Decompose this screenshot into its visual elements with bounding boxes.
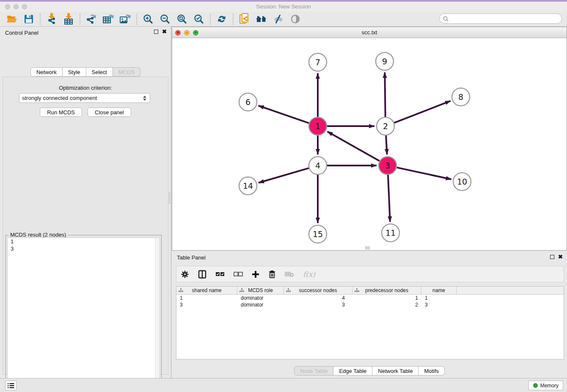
show-all-icon[interactable] (287, 12, 304, 26)
select-all-rows-icon[interactable] (215, 271, 225, 277)
table-cell[interactable]: 3 (284, 301, 352, 308)
graph-edge-3-1[interactable] (328, 132, 380, 161)
table-cell[interactable]: 2 (352, 301, 421, 308)
column-header-predecessor-nodes[interactable]: predecessor nodes (352, 287, 421, 294)
toolbar-separator (80, 14, 80, 25)
table-row[interactable]: 3dominator323 (176, 301, 564, 308)
open-session-icon[interactable] (3, 12, 20, 26)
save-session-icon[interactable] (20, 12, 37, 26)
table-panel: Table Panel ✖ f(x) shared nameMCDS roles… (172, 252, 567, 377)
network-graph[interactable]: 7968124314101511 (172, 38, 567, 250)
zoom-out-icon[interactable] (157, 12, 173, 26)
graph-edge-2-9[interactable] (385, 72, 385, 117)
function-builder-icon[interactable]: f(x) (303, 270, 315, 279)
table-cell[interactable]: 1 (352, 295, 421, 301)
column-header-label: name (432, 287, 445, 293)
tab-motifs[interactable]: Motifs (418, 366, 445, 375)
column-header-label: MCDS role (248, 287, 273, 293)
table-cell[interactable]: 1 (176, 295, 237, 301)
column-header-label: shared name (192, 287, 221, 293)
search-input[interactable] (451, 16, 558, 22)
tab-mcds[interactable]: MCDS (113, 67, 140, 77)
table-cell[interactable]: 3 (421, 301, 457, 308)
graph-edge-4-14[interactable] (259, 168, 309, 183)
status-bar: Memory (0, 378, 567, 392)
control-panel: Control Panel ✖ Network Style Select MCD… (0, 27, 171, 378)
close-panel-icon[interactable]: ✖ (162, 30, 167, 34)
table-cell[interactable]: dominator (237, 301, 284, 308)
zoom-fit-icon[interactable] (173, 12, 190, 26)
graph-node-label: 2 (383, 121, 388, 131)
criterion-select[interactable]: strongly connected component (19, 93, 150, 103)
toolbar-separator (136, 14, 137, 25)
import-network-icon[interactable] (43, 12, 60, 26)
node-table[interactable]: shared nameMCDS rolesuccessor nodesprede… (176, 286, 564, 359)
table-row[interactable]: 1dominator411 (176, 295, 564, 301)
graph-node-label: 1 (315, 121, 320, 131)
column-header-name[interactable]: name (421, 287, 457, 294)
graph-edge-3-11[interactable] (388, 175, 390, 222)
graph-edge-1-6[interactable] (259, 105, 309, 123)
graph-node-label: 8 (458, 92, 463, 102)
graph-edge-3-10[interactable] (397, 168, 451, 179)
show-columns-icon[interactable] (198, 270, 206, 279)
table-options-icon[interactable] (181, 270, 189, 279)
zoom-selected-icon[interactable] (190, 12, 207, 26)
control-panel-tabs: Network Style Select MCDS (0, 67, 171, 77)
column-header-MCDS-role[interactable]: MCDS role (237, 287, 284, 294)
network-canvas[interactable]: 7968124314101511 (172, 38, 567, 250)
table-cell[interactable]: 1 (421, 295, 457, 301)
network-window-titlebar[interactable]: ✕ – + scc.txt (172, 27, 567, 38)
tab-edge-table[interactable]: Edge Table (333, 366, 372, 375)
network-window-title: scc.txt (172, 29, 567, 36)
optimization-criterion-label: Optimization criterion: (3, 85, 168, 91)
graph-edge-2-8[interactable] (394, 101, 451, 123)
canvas-resize-grip[interactable] (365, 246, 370, 249)
table-cell[interactable]: 3 (176, 301, 237, 308)
column-header-shared-name[interactable]: shared name (176, 287, 237, 294)
graph-edge-2-3[interactable] (386, 135, 387, 155)
mcds-result-textarea[interactable]: 1 3 (7, 237, 160, 392)
select-chevrons-icon (143, 96, 146, 101)
delete-columns-icon[interactable] (268, 270, 276, 279)
float-panel-icon[interactable] (154, 30, 158, 34)
first-neighbors-icon[interactable] (253, 12, 270, 26)
tab-network[interactable]: Network (30, 67, 63, 77)
control-panel-title: Control Panel (5, 30, 39, 36)
tab-style[interactable]: Style (63, 67, 86, 77)
run-mcds-button[interactable]: Run MCDS (40, 108, 82, 117)
apply-layout-icon[interactable] (213, 12, 230, 26)
toolbar-separator (40, 14, 41, 25)
table-cell[interactable]: 4 (284, 295, 352, 301)
hide-selected-icon[interactable] (270, 12, 287, 26)
table-cell[interactable]: dominator (237, 295, 284, 301)
splitter-handle[interactable] (169, 193, 172, 204)
tab-network-table[interactable]: Network Table (372, 366, 418, 375)
import-table-icon[interactable] (60, 12, 77, 26)
clone-network-icon[interactable] (236, 12, 253, 26)
network-view-window: ✕ – + scc.txt 7968124314101511 (172, 27, 567, 251)
close-table-panel-icon[interactable]: ✖ (558, 255, 563, 259)
table-toolbar: f(x) (176, 266, 564, 282)
zoom-in-icon[interactable] (140, 12, 157, 26)
criterion-selected-value: strongly connected component (22, 95, 143, 101)
tab-node-table[interactable]: Node Table (294, 366, 334, 375)
close-panel-button[interactable]: Close panel (88, 108, 131, 117)
export-image-icon[interactable] (117, 12, 134, 26)
create-column-icon[interactable] (252, 271, 259, 278)
delete-table-icon[interactable] (285, 271, 294, 278)
task-history-button[interactable] (5, 381, 17, 390)
memory-button[interactable]: Memory (528, 381, 563, 390)
search-box[interactable] (439, 14, 562, 24)
memory-label: Memory (540, 383, 559, 389)
float-table-panel-icon[interactable] (550, 255, 554, 259)
graph-node-label: 14 (243, 181, 253, 190)
column-header-label: successor nodes (299, 287, 337, 293)
deselect-all-rows-icon[interactable] (234, 271, 243, 277)
graph-node-label: 11 (385, 228, 396, 237)
result-scrollbar[interactable] (155, 238, 160, 392)
export-network-icon[interactable] (83, 12, 100, 26)
export-table-icon[interactable] (100, 12, 117, 26)
tab-select[interactable]: Select (86, 67, 113, 77)
column-header-successor-nodes[interactable]: successor nodes (284, 287, 352, 294)
